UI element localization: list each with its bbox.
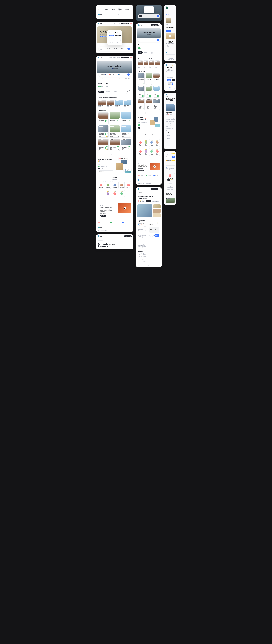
start-search-button[interactable]: Start your search [100, 36, 108, 37]
show-more-button[interactable]: ↻ Show more [111, 153, 118, 155]
host-card[interactable]: ⭐4.9Kenne Kerrie [144, 148, 148, 156]
explore-card[interactable]: 20%Mountain houseNZ 345 [144, 60, 148, 68]
explore-card[interactable]: 20%Mountain houseNZ 345 [149, 60, 154, 68]
go-home-button[interactable]: Go home [98, 78, 103, 80]
category-item[interactable]: City house243,382 [98, 8, 104, 10]
case-study-button[interactable]: Case Study [100, 215, 106, 216]
host-card[interactable]: ⭐4.9Kenne Kerrie [125, 181, 131, 189]
tab-long[interactable]: For long stays [120, 90, 126, 93]
save-button[interactable]: + Save [150, 234, 154, 237]
search-button[interactable]: ⌕ [157, 39, 159, 41]
explore-card[interactable]: 20% OFFMountain house📍 NZ 350 [98, 100, 106, 107]
video-thumbnail[interactable]: ▶ [118, 203, 131, 214]
stay-card[interactable]: SUPERHOSTEntire serviced classy mountain… [138, 73, 145, 85]
show-more-button[interactable]: ↻ Show more [145, 112, 152, 114]
contact-button[interactable]: Contact [168, 184, 172, 185]
search-button[interactable]: ⌕ [128, 48, 130, 50]
tab[interactable]: Entire homes [138, 51, 142, 54]
tab-entire-homes[interactable]: Entire homes [98, 90, 104, 93]
host-card[interactable]: ⭐4.9Kenne Kerrie [112, 190, 118, 197]
stay-card[interactable]: SUPERHOSTEntire serviced classy mountain… [146, 98, 152, 110]
list-property-button[interactable]: List your property [121, 23, 129, 24]
sort-dropdown[interactable]: On sale ▾ [126, 90, 131, 94]
search-button[interactable]: ⌕ [128, 74, 130, 76]
explore-card[interactable]: 20%Mountain houseNZ 350 [138, 60, 143, 68]
go-home-button[interactable]: Go home [138, 192, 143, 194]
stay-card[interactable]: SUPERHOSTEntire serviced classy mountain… [138, 86, 145, 98]
login-link[interactable]: Login [118, 42, 119, 43]
stay-card[interactable]: SUPERHOSTEntire serviced classy mountain… [110, 112, 120, 124]
logo[interactable]: fleet [138, 188, 142, 190]
explore-card[interactable]: 20%Mountain houseNZ 345 [155, 60, 160, 68]
host-card[interactable]: ⭐4.9Kenne Kerrie [138, 148, 143, 156]
search-date[interactable]: 📅 May 1 - 14 [109, 74, 117, 75]
stay-card[interactable]: SUPERHOSTEntire serviced classy mountain… [153, 73, 160, 85]
category-item[interactable]: City house243,382 [112, 8, 118, 10]
stay-card[interactable]: SUPERHOSTEntire serviced classy mountain… [121, 138, 131, 151]
search-checkout[interactable]: Check outAdd date [114, 48, 119, 50]
avatar[interactable] [130, 23, 132, 24]
play-icon[interactable]: ▶ [124, 207, 126, 210]
host-card[interactable]: ⭐4.9Kenne Kerrie [105, 181, 111, 189]
stay-card[interactable]: SUPERHOSTEntire serviced classy mountain… [153, 86, 160, 98]
list-property-button[interactable]: List your property [124, 236, 132, 237]
case-study-button[interactable]: Case Study [138, 170, 144, 171]
search-guests[interactable]: 👤 2 guests [118, 74, 126, 75]
gallery[interactable] [137, 204, 161, 217]
host-card[interactable]: ⭐4.9Kenne Kerrie [144, 139, 148, 147]
reserve-button[interactable]: Reserve [154, 234, 159, 237]
stay-card[interactable]: SUPERHOSTEntire serviced classy mountain… [121, 125, 131, 138]
tab-cancel[interactable]: Cancellation flexibility [105, 90, 113, 93]
explore-card[interactable]: 20% OFFMountain house📍 NZ 345 [107, 100, 114, 107]
host-card[interactable]: ⭐4.9Kenne Kerrie [149, 148, 154, 156]
stay-card[interactable]: SUPERHOSTEntire serviced classy mountain… [138, 98, 145, 110]
avatar[interactable] [130, 57, 132, 58]
tab[interactable]: For long stays [150, 51, 155, 54]
go-home-button[interactable]: Go home [98, 239, 103, 240]
logo[interactable]: fleet [98, 57, 102, 58]
search-location[interactable]: 📍 South Island, 🇳🇿 New Zealand [100, 74, 108, 76]
google-button[interactable]: G Google [109, 34, 114, 36]
host-card[interactable]: ⭐4.9Kenne Kerrie [98, 181, 104, 189]
email-input[interactable] [109, 39, 121, 41]
explore-card[interactable]: 20% OFFMountain house📍 NZ 345 [115, 100, 123, 107]
stay-card[interactable]: SUPERHOSTEntire serviced classy mountain… [121, 112, 131, 124]
category-item[interactable]: City house243,382 [125, 8, 131, 10]
advanced-filter[interactable]: Advanced filter [126, 86, 131, 86]
stay-card[interactable]: SUPERHOSTEntire serviced classy mountain… [98, 125, 108, 138]
stay-card[interactable]: SUPERHOSTEntire serviced classy mountain… [110, 125, 120, 138]
host-tile[interactable]: Antone HellerGaylordside [166, 18, 171, 25]
stay-card[interactable]: SUPERHOSTEntire serviced classy mountain… [98, 112, 108, 124]
tab-stays[interactable]: Stays [98, 44, 102, 46]
search-travelers[interactable]: TravelersAdd guests [120, 48, 126, 50]
stay-card[interactable]: SUPERHOSTEntire serviced classy mountain… [110, 138, 120, 151]
apple-button[interactable]: Apple [115, 34, 121, 36]
host-card[interactable]: ⭐4.9Kenne Kerrie [105, 190, 111, 197]
host-card[interactable]: ⭐4.9Kenne Kerrie [118, 181, 124, 189]
tab-beach[interactable]: Closest beach [114, 90, 120, 93]
menu-icon[interactable]: ☰ [160, 24, 160, 26]
video[interactable]: ▶ [150, 163, 160, 170]
logo[interactable]: fleet [98, 23, 102, 24]
search-location[interactable]: LocationWhere are you going? [100, 48, 105, 50]
book-now-button[interactable]: Book now [166, 30, 171, 32]
host-card[interactable]: ⭐4.9Kenne Kerrie [138, 139, 143, 147]
host-card[interactable]: ⭐4.9Kenne Kerrie [118, 190, 125, 197]
search-checkin[interactable]: Check inAdd date [107, 48, 112, 50]
logo[interactable]: fleet [98, 236, 102, 237]
list-property-button[interactable]: List your property [150, 24, 158, 26]
stay-card[interactable]: SUPERHOSTEntire serviced classy mountain… [146, 73, 152, 85]
host-card[interactable]: ⭐4.9Kenne Kerrie [112, 181, 118, 189]
more-detail-button[interactable]: More detail [166, 146, 170, 148]
stay-card[interactable]: SUPERHOSTEntire serviced classy mountain… [98, 138, 108, 151]
tab[interactable]: Cancellation flexibility [143, 51, 150, 54]
logo[interactable]: fleet [138, 24, 142, 26]
stay-card[interactable]: SUPERHOSTEntire serviced classy mountain… [146, 86, 152, 98]
category-item[interactable]: City house243,382 [105, 8, 111, 10]
host-card[interactable]: ⭐4.9Kenne Kerrie [155, 139, 160, 147]
list-property-button[interactable]: List your property [121, 57, 129, 58]
more-detail-button[interactable]: More detail [138, 264, 144, 266]
stay-card[interactable]: SUPERHOSTEntire serviced classy mountain… [153, 98, 160, 110]
explore-card[interactable]: 20% OFFMountain house📍 NZ 345 [124, 100, 131, 107]
host-card[interactable]: ⭐4.9Kenne Kerrie [155, 148, 160, 156]
